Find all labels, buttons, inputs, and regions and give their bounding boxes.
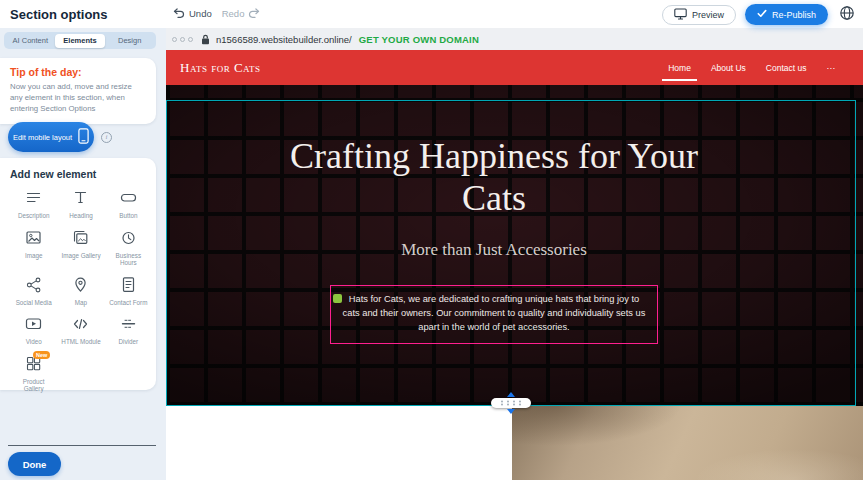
resize-arrow-down-icon	[507, 409, 515, 414]
top-toolbar: Section options Undo Redo Preview Re-Pub…	[0, 0, 863, 28]
tip-heading: Tip of the day:	[10, 66, 146, 78]
nav-contact-us[interactable]: Contact us	[766, 63, 807, 73]
hero-content: Crafting Happiness for Your Cats More th…	[166, 85, 822, 406]
resize-arrow-up-icon	[507, 392, 515, 397]
nav-more[interactable]: ⋯	[827, 63, 836, 73]
window-dot	[172, 37, 177, 42]
description-icon	[25, 189, 42, 209]
tip-of-the-day-card: Tip of the day: Now you can add, move an…	[0, 58, 156, 124]
element-map[interactable]: Map	[57, 276, 104, 307]
social-media-icon	[25, 276, 42, 296]
element-image-gallery[interactable]: Image Gallery	[57, 229, 104, 267]
history-controls: Undo Redo	[172, 6, 261, 21]
element-heading[interactable]: Heading	[57, 189, 104, 220]
edit-mobile-layout-button[interactable]: Edit mobile layout	[8, 122, 94, 152]
done-button[interactable]: Done	[8, 452, 61, 476]
element-business-hours[interactable]: Business Hours	[105, 229, 152, 267]
site-url: n1566589.websitebuilder.online/	[216, 34, 352, 45]
page-title: Section options	[10, 7, 108, 22]
site-logo[interactable]: Hats for Cats	[180, 60, 261, 76]
undo-button[interactable]: Undo	[172, 6, 212, 21]
preview-area: n1566589.websitebuilder.online/ GET YOUR…	[166, 28, 863, 480]
element-description[interactable]: Description	[10, 189, 57, 220]
sand-photo	[512, 406, 863, 480]
map-icon	[72, 276, 89, 296]
tip-body: Now you can add, move and resize any ele…	[10, 82, 146, 115]
sidebar: AI Content Elements Design Tip of the da…	[0, 28, 166, 480]
business-hours-icon	[120, 229, 137, 249]
redo-button[interactable]: Redo	[222, 6, 262, 21]
new-badge: New	[33, 351, 50, 359]
website-canvas: Hats for Cats Home About Us Contact us ⋯…	[166, 50, 863, 480]
language-button[interactable]	[837, 5, 857, 25]
phone-icon	[78, 128, 89, 146]
browser-bar: n1566589.websitebuilder.online/ GET YOUR…	[166, 28, 863, 50]
section-resize-handle[interactable]	[491, 392, 531, 414]
element-button[interactable]: Button	[105, 189, 152, 220]
selected-text-element[interactable]: Hats for Cats, we are dedicated to craft…	[330, 285, 658, 344]
image-icon	[25, 229, 42, 249]
hero-subheading[interactable]: More than Just Accessories	[166, 240, 822, 260]
undo-label: Undo	[189, 8, 212, 19]
resize-grip	[491, 398, 531, 408]
html-module-icon	[72, 315, 89, 335]
element-grid: Description Heading Button Image Image G	[10, 189, 152, 393]
get-your-own-domain-link[interactable]: GET YOUR OWN DOMAIN	[359, 34, 479, 45]
preview-button[interactable]: Preview	[662, 5, 736, 25]
tab-ai-content[interactable]: AI Content	[6, 34, 56, 48]
site-header: Hats for Cats Home About Us Contact us ⋯	[166, 50, 863, 85]
monitor-icon	[674, 8, 687, 22]
next-section[interactable]	[166, 406, 863, 480]
nav-about-us[interactable]: About Us	[711, 63, 746, 73]
hero-heading[interactable]: Crafting Happiness for Your Cats	[254, 135, 734, 220]
republish-label: Re-Publish	[772, 10, 816, 20]
republish-button[interactable]: Re-Publish	[745, 4, 828, 25]
tab-design[interactable]: Design	[105, 34, 155, 48]
app-window: Section options Undo Redo Preview Re-Pub…	[0, 0, 863, 480]
element-image[interactable]: Image	[10, 229, 57, 267]
globe-icon	[839, 5, 855, 24]
image-gallery-icon	[72, 229, 89, 249]
info-icon[interactable]: i	[101, 132, 112, 143]
contact-form-icon	[120, 276, 137, 296]
window-dot	[188, 37, 193, 42]
toolbar-actions: Preview Re-Publish	[662, 4, 857, 25]
element-product-gallery[interactable]: New Product Gallery	[10, 355, 57, 393]
element-contact-form[interactable]: Contact Form	[105, 276, 152, 307]
add-element-title: Add new element	[10, 168, 152, 180]
element-html-module[interactable]: HTML Module	[57, 315, 104, 346]
tab-elements[interactable]: Elements	[55, 34, 105, 48]
element-divider[interactable]: Divider	[105, 315, 152, 346]
lock-icon	[201, 34, 210, 45]
redo-label: Redo	[222, 8, 245, 19]
button-icon	[120, 189, 137, 209]
hero-section[interactable]: Crafting Happiness for Your Cats More th…	[166, 85, 863, 406]
sidebar-tabs: AI Content Elements Design	[4, 32, 156, 49]
add-element-panel: Add new element Description Heading Butt…	[0, 158, 156, 390]
edit-mobile-label: Edit mobile layout	[13, 133, 72, 142]
hero-paragraph: Hats for Cats, we are dedicated to craft…	[341, 293, 647, 335]
mobile-layout-row: Edit mobile layout i	[8, 122, 112, 152]
site-nav: Home About Us Contact us ⋯	[668, 63, 835, 73]
heading-icon	[72, 189, 89, 209]
element-drag-handle[interactable]	[333, 294, 342, 303]
divider-icon	[120, 315, 137, 335]
element-video[interactable]: Video	[10, 315, 57, 346]
window-dot	[180, 37, 185, 42]
nav-home[interactable]: Home	[668, 63, 691, 73]
video-icon	[25, 315, 42, 335]
preview-label: Preview	[692, 10, 724, 20]
redo-icon	[248, 6, 261, 21]
sidebar-divider	[8, 445, 156, 446]
undo-icon	[172, 6, 185, 21]
check-icon	[757, 9, 767, 20]
element-social-media[interactable]: Social Media	[10, 276, 57, 307]
